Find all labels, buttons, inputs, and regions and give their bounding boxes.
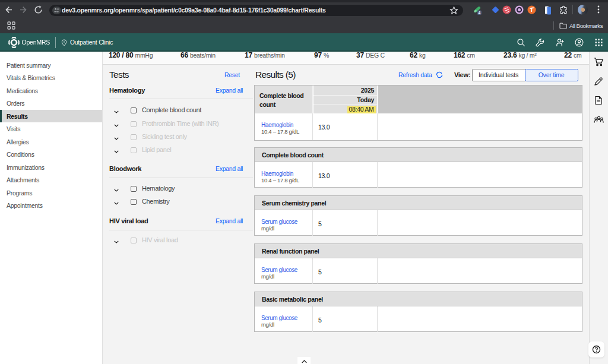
- svg-text:4: 4: [479, 11, 481, 15]
